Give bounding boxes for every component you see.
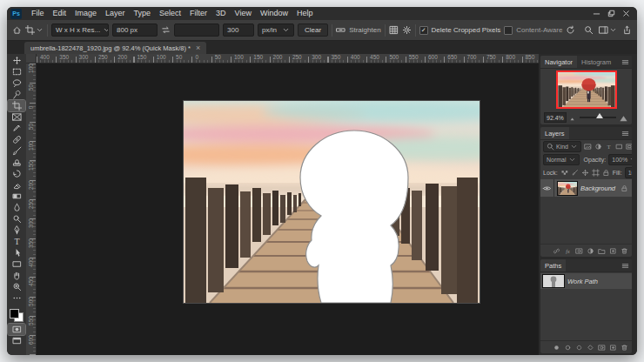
tab-paths[interactable]: Paths (540, 259, 566, 272)
navigator-zoom-slider[interactable] (580, 117, 616, 118)
smart-object-icon[interactable] (626, 143, 632, 151)
layer-row-background[interactable]: Background (540, 179, 632, 197)
adjustment-layer-icon[interactable] (594, 143, 602, 151)
chevron-down-icon[interactable] (609, 26, 617, 34)
panel-menu-icon[interactable] (621, 259, 632, 272)
shape-layer-icon[interactable] (615, 143, 623, 151)
move-tool[interactable] (8, 55, 25, 66)
search-icon[interactable] (584, 25, 594, 35)
history-brush-tool[interactable] (8, 168, 25, 179)
menu-3d[interactable]: 3D (211, 7, 231, 20)
tab-histogram[interactable]: Histogram (577, 56, 615, 68)
slider-thumb[interactable] (596, 113, 603, 118)
menu-file[interactable]: File (27, 7, 49, 20)
color-swatches[interactable] (10, 309, 23, 322)
new-layer-icon[interactable] (609, 247, 617, 255)
close-icon[interactable] (619, 7, 634, 20)
clone-stamp-tool[interactable] (8, 157, 25, 168)
lock-transparency-icon[interactable] (560, 169, 568, 177)
link-layers-icon[interactable] (553, 247, 560, 255)
layer-name[interactable]: Background (580, 184, 621, 192)
zoom-in-icon[interactable] (619, 113, 628, 123)
zoom-tool[interactable] (8, 281, 25, 292)
type-tool[interactable]: T (8, 236, 25, 247)
gear-icon[interactable] (402, 25, 412, 35)
resolution-input[interactable]: 300 (223, 23, 254, 37)
menu-filter[interactable]: Filter (185, 7, 211, 20)
eraser-tool[interactable] (8, 179, 25, 191)
menu-help[interactable]: Help (292, 7, 318, 20)
layer-filter-dropdown[interactable]: Kind (543, 141, 581, 152)
new-path-icon[interactable] (609, 344, 617, 352)
blur-tool[interactable] (8, 202, 25, 213)
lasso-tool[interactable] (8, 77, 25, 89)
fill-field[interactable]: 100% (625, 167, 632, 178)
swap-dimensions-icon[interactable] (161, 25, 171, 35)
tool-preset-chevron-icon[interactable] (36, 26, 44, 34)
group-icon[interactable] (598, 247, 606, 255)
menu-type[interactable]: Type (130, 7, 156, 20)
delete-cropped-checkbox[interactable]: ✓ (419, 26, 428, 35)
crop-width-input[interactable]: 800 px (112, 23, 158, 37)
menu-window[interactable]: Window (256, 7, 292, 20)
lock-position-icon[interactable] (581, 169, 589, 177)
workspace-switcher-icon[interactable] (599, 25, 608, 35)
make-work-path-icon[interactable] (587, 344, 594, 352)
menu-view[interactable]: View (231, 7, 256, 20)
type-layer-icon[interactable]: T (605, 143, 613, 151)
healing-brush-tool[interactable] (8, 134, 25, 145)
ruler-origin-corner[interactable] (26, 54, 37, 64)
delete-layer-icon[interactable] (621, 247, 628, 255)
screen-mode-icon[interactable] (8, 335, 25, 346)
lock-pixels-icon[interactable] (571, 169, 579, 177)
zoom-out-icon[interactable] (569, 114, 577, 122)
pen-tool[interactable] (8, 225, 25, 236)
eyedropper-tool[interactable] (8, 123, 25, 134)
clear-button[interactable]: Clear (298, 23, 328, 37)
layer-mask-icon[interactable] (575, 247, 583, 255)
horizontal-ruler[interactable]: 4003503002502001501005005010015020025030… (37, 54, 539, 64)
content-aware-checkbox[interactable] (504, 26, 513, 35)
foreground-color-swatch[interactable] (10, 309, 19, 318)
crop-height-input[interactable] (174, 23, 219, 37)
panel-menu-icon[interactable] (621, 127, 632, 139)
crop-overlay-icon[interactable] (389, 25, 399, 35)
adjustment-icon[interactable] (587, 247, 594, 255)
close-tab-icon[interactable]: × (196, 44, 200, 52)
document-image-quick-mask[interactable] (184, 101, 480, 303)
path-row-work-path[interactable]: Work Path (540, 273, 632, 289)
add-mask-icon[interactable] (598, 344, 606, 352)
shape-tool[interactable] (8, 258, 25, 270)
quick-selection-tool[interactable] (8, 89, 25, 100)
tab-layers[interactable]: Layers (540, 127, 569, 139)
minimize-icon[interactable] (589, 7, 604, 20)
vertical-ruler[interactable]: 1005005010015020025030035040045050055060… (26, 64, 37, 355)
menu-edit[interactable]: Edit (49, 7, 71, 20)
frame-tool[interactable] (8, 111, 25, 123)
edit-toolbar[interactable] (8, 292, 25, 304)
lock-artboard-icon[interactable] (592, 169, 600, 177)
pixel-layer-icon[interactable] (584, 143, 592, 151)
quick-mask-icon[interactable] (8, 324, 25, 335)
home-icon[interactable] (12, 25, 22, 35)
share-icon[interactable] (622, 25, 632, 35)
path-selection-tool[interactable] (8, 247, 25, 258)
fill-path-icon[interactable] (553, 344, 560, 352)
menu-image[interactable]: Image (70, 7, 101, 20)
menu-layer[interactable]: Layer (101, 7, 130, 20)
crop-tool[interactable] (8, 100, 25, 111)
layer-thumbnail[interactable] (558, 182, 577, 195)
resolution-unit-dropdown[interactable]: px/in (258, 23, 294, 37)
menu-select[interactable]: Select (155, 7, 185, 20)
navigator-zoom-field[interactable]: 92.4% (544, 112, 567, 123)
delete-path-icon[interactable] (621, 344, 628, 352)
straighten-label[interactable]: Straighten (349, 26, 380, 34)
marquee-tool[interactable] (8, 66, 25, 77)
brush-tool[interactable] (8, 145, 25, 157)
stroke-path-icon[interactable] (564, 344, 572, 352)
reset-icon[interactable] (566, 25, 575, 35)
tab-navigator[interactable]: Navigator (540, 56, 577, 68)
opacity-field[interactable]: 100% (608, 154, 632, 165)
load-selection-icon[interactable] (575, 344, 583, 352)
document-tab[interactable]: umbrella-1822478_1920.jpg @ 92.4% (Quick… (24, 42, 206, 54)
